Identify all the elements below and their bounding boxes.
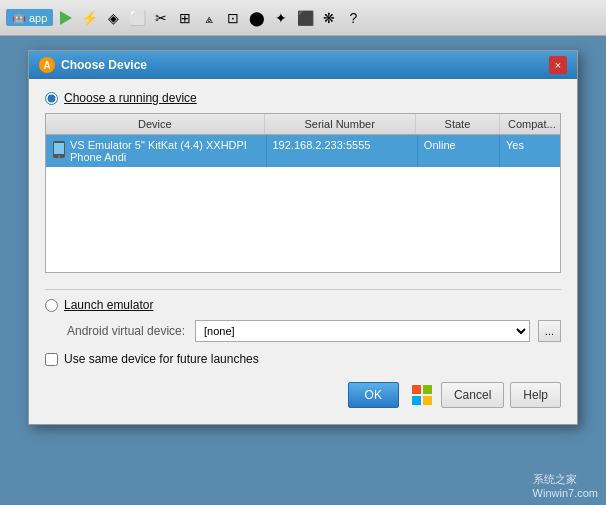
same-device-checkbox[interactable] [45,353,58,366]
toolbar-icon-6[interactable]: ⟁ [199,8,219,28]
dialog-title: Choose Device [61,58,147,72]
table-header: Device Serial Number State Compat... [46,114,560,135]
cell-serial: 192.168.2.233:5555 [267,135,418,167]
svg-point-2 [58,156,60,158]
svg-rect-5 [412,396,421,405]
toolbar-icon-3[interactable]: ⬜ [127,8,147,28]
dialog-footer: OK Cancel Help [45,378,561,412]
android-icon: 🤖 [12,11,26,24]
svg-rect-4 [423,385,432,394]
checkbox-section[interactable]: Use same device for future launches [45,352,561,366]
radio-running-label[interactable]: Choose a running device [64,91,197,105]
toolbar-icon-8[interactable]: ⬤ [247,8,267,28]
launch-emulator-section: Launch emulator Android virtual device: … [45,298,561,342]
svg-rect-6 [423,396,432,405]
col-state: State [416,114,500,134]
same-device-label: Use same device for future launches [64,352,259,366]
watermark-line2: Winwin7.com [533,487,598,499]
col-device: Device [46,114,265,134]
toolbar-icon-1[interactable]: ⚡ [79,8,99,28]
help-button[interactable]: Help [510,382,561,408]
play-icon [60,11,72,25]
cell-device: VS Emulator 5" KitKat (4.4) XXHDPI Phone… [46,135,267,167]
toolbar-icon-10[interactable]: ⬛ [295,8,315,28]
help-icon[interactable]: ? [343,8,363,28]
radio-emulator-input[interactable] [45,299,58,312]
toolbar-icon-9[interactable]: ✦ [271,8,291,28]
section-divider [45,289,561,290]
cancel-button[interactable]: Cancel [441,382,504,408]
svg-rect-1 [54,143,64,154]
svg-rect-3 [412,385,421,394]
toolbar-icon-2[interactable]: ◈ [103,8,123,28]
dialog-title-area: A Choose Device [39,57,147,73]
dialog-titlebar: A Choose Device × [29,51,577,79]
avd-select[interactable]: [none] [195,320,530,342]
ok-button[interactable]: OK [348,382,399,408]
toolbar-icon-5[interactable]: ⊞ [175,8,195,28]
radio-emulator-label[interactable]: Launch emulator [64,298,153,312]
col-serial: Serial Number [265,114,416,134]
app-label[interactable]: 🤖 app [6,9,53,26]
watermark-line1: 系统之家 [533,472,598,487]
col-compat: Compat... [500,114,560,134]
app-label-text: app [29,12,47,24]
radio-emulator-option[interactable]: Launch emulator [45,298,561,312]
run-button[interactable] [57,9,75,27]
device-table-container: Device Serial Number State Compat... VS … [45,113,561,273]
toolbar-icon-7[interactable]: ⊡ [223,8,243,28]
radio-running-input[interactable] [45,92,58,105]
toolbar: 🤖 app ⚡ ◈ ⬜ ✂ ⊞ ⟁ ⊡ ⬤ ✦ ⬛ ❋ ? [0,0,606,36]
cell-compat: Yes [500,135,560,167]
device-icon [52,141,66,161]
avd-row: Android virtual device: [none] ... [45,320,561,342]
dialog-body: Choose a running device Device Serial Nu… [29,79,577,424]
toolbar-icon-11[interactable]: ❋ [319,8,339,28]
watermark: 系统之家 Winwin7.com [533,472,598,499]
close-button[interactable]: × [549,56,567,74]
table-row[interactable]: VS Emulator 5" KitKat (4.4) XXHDPI Phone… [46,135,560,167]
cell-state: Online [418,135,500,167]
radio-running-option[interactable]: Choose a running device [45,91,561,105]
choose-device-dialog: A Choose Device × Choose a running devic… [28,50,578,425]
avd-label: Android virtual device: [67,324,187,338]
windows-logo-area [409,384,435,406]
dialog-app-icon: A [39,57,55,73]
avd-browse-button[interactable]: ... [538,320,561,342]
windows-logo-icon [411,384,433,406]
toolbar-icon-4[interactable]: ✂ [151,8,171,28]
